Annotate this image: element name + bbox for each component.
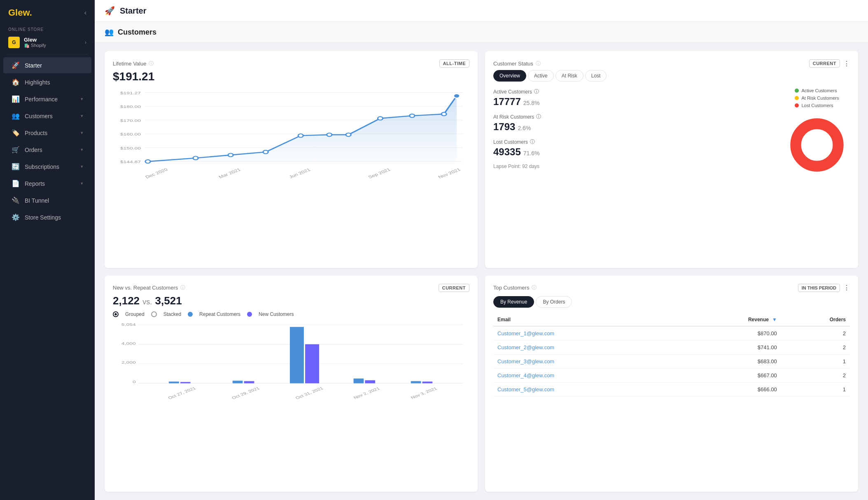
tab-at-risk[interactable]: At Risk xyxy=(555,70,583,82)
table-row: Customer_5@glew.com $666.00 1 xyxy=(493,382,850,396)
top-customers-card: Top Customers ⓘ IN THIS PERIOD ⋮ By Reve… xyxy=(485,276,858,492)
page-header-icon: 👥 xyxy=(105,28,114,37)
svg-rect-40 xyxy=(169,381,179,383)
sidebar-item-performance[interactable]: 📊 Performance ▾ xyxy=(3,91,91,107)
at-risk-customers-metric: At Risk Customers ⓘ 17932.6% xyxy=(493,113,776,133)
at-risk-value: 17932.6% xyxy=(493,121,776,133)
info-icon[interactable]: ⓘ xyxy=(530,138,535,145)
svg-rect-42 xyxy=(233,381,243,383)
new-vs-repeat-badge[interactable]: CURRENT xyxy=(439,284,469,292)
customer-revenue: $667.00 xyxy=(677,368,781,382)
status-right: Active Customers At Risk Customers Lost … xyxy=(784,88,850,178)
grouped-radio[interactable] xyxy=(113,311,119,317)
tab-by-revenue[interactable]: By Revenue xyxy=(493,296,534,308)
legend-at-risk: At Risk Customers xyxy=(795,96,839,100)
lifetime-value-chart: $191.27 $180.00 $170.00 $160.00 $150.00 … xyxy=(113,88,469,179)
tab-active[interactable]: Active xyxy=(528,70,554,82)
customer-revenue: $683.00 xyxy=(677,354,781,368)
customer-orders: 2 xyxy=(781,340,850,354)
status-content: Active Customers ⓘ 1777725.8% At Risk Cu… xyxy=(493,88,850,178)
info-icon[interactable]: ⓘ xyxy=(536,113,541,120)
svg-rect-46 xyxy=(354,379,364,383)
sidebar: Glew. ‹ ONLINE STORE G Glew 🛍️ Shopify ›… xyxy=(0,0,95,500)
customer-email[interactable]: Customer_5@glew.com xyxy=(493,382,677,396)
legend-at-risk-label: At Risk Customers xyxy=(801,96,839,100)
sidebar-item-store-settings[interactable]: ⚙️ Store Settings xyxy=(3,209,91,225)
svg-text:$144.87: $144.87 xyxy=(120,160,141,164)
customer-status-badge[interactable]: CURRENT xyxy=(809,59,840,68)
new-vs-repeat-title: New vs. Repeat Customers ⓘ xyxy=(113,284,185,291)
table-row: Customer_3@glew.com $683.00 1 xyxy=(493,354,850,368)
sidebar-collapse-button[interactable]: ‹ xyxy=(84,9,86,16)
svg-text:Oct 29, 2021: Oct 29, 2021 xyxy=(231,386,260,400)
lifetime-value-title: Lifetime Value ⓘ xyxy=(113,60,154,67)
svg-text:$150.00: $150.00 xyxy=(120,146,141,150)
legend-lost: Lost Customers xyxy=(795,103,839,108)
top-customers-tabs: By Revenue By Orders xyxy=(493,296,850,308)
svg-text:Oct 31, 2021: Oct 31, 2021 xyxy=(294,386,324,400)
stacked-radio[interactable] xyxy=(151,311,157,317)
sidebar-item-bi-tunnel[interactable]: 🔌 BI Tunnel xyxy=(3,192,91,208)
svg-text:4,000: 4,000 xyxy=(121,341,136,346)
info-icon[interactable]: ⓘ xyxy=(149,60,154,67)
tab-lost[interactable]: Lost xyxy=(585,70,607,82)
sidebar-item-orders[interactable]: 🛒 Orders ▾ xyxy=(3,142,91,158)
page-title: Customers xyxy=(118,28,156,37)
topbar-title: Starter xyxy=(120,6,146,16)
legend-active: Active Customers xyxy=(795,88,839,93)
lapse-point: Lapse Point: 92 days xyxy=(493,164,776,169)
info-icon[interactable]: ⓘ xyxy=(536,60,541,67)
chevron-down-icon: ▾ xyxy=(81,130,83,136)
more-options-icon[interactable]: ⋮ xyxy=(843,60,850,68)
sidebar-item-products[interactable]: 🏷️ Products ▾ xyxy=(3,125,91,141)
lost-dot xyxy=(795,103,799,107)
info-icon[interactable]: ⓘ xyxy=(532,284,537,291)
customer-orders: 2 xyxy=(781,326,850,341)
topbar-icon: 🚀 xyxy=(105,6,115,16)
sidebar-item-subscriptions[interactable]: 🔄 Subscriptions ▾ xyxy=(3,159,91,175)
customer-email[interactable]: Customer_2@glew.com xyxy=(493,340,677,354)
donut-chart xyxy=(784,112,850,178)
svg-text:$170.00: $170.00 xyxy=(120,118,141,123)
new-color xyxy=(247,312,252,317)
customer-orders: 1 xyxy=(781,354,850,368)
sort-down-icon[interactable]: ▼ xyxy=(772,317,777,322)
sidebar-item-reports[interactable]: 📄 Reports ▾ xyxy=(3,175,91,192)
chevron-down-icon: ▾ xyxy=(81,147,83,152)
customer-revenue: $741.00 xyxy=(677,340,781,354)
svg-point-12 xyxy=(145,160,150,163)
store-icon: G xyxy=(8,37,20,48)
svg-rect-48 xyxy=(411,381,421,383)
sidebar-item-label: Highlights xyxy=(25,79,83,86)
sidebar-item-label: Orders xyxy=(25,147,76,153)
repeat-customers-label: Repeat Customers xyxy=(199,311,240,317)
customer-email[interactable]: Customer_4@glew.com xyxy=(493,368,677,382)
svg-point-20 xyxy=(410,114,415,117)
store-account[interactable]: G Glew 🛍️ Shopify › xyxy=(0,33,95,51)
info-icon[interactable]: ⓘ xyxy=(180,284,185,291)
sidebar-item-customers[interactable]: 👥 Customers ▾ xyxy=(3,108,91,124)
store-arrow: › xyxy=(85,40,86,45)
info-icon[interactable]: ⓘ xyxy=(534,88,539,95)
sidebar-item-starter[interactable]: 🚀 Starter xyxy=(3,57,91,73)
orders-icon: 🛒 xyxy=(12,146,20,154)
sidebar-item-highlights[interactable]: 🏠 Highlights xyxy=(3,74,91,90)
chevron-down-icon: ▾ xyxy=(81,96,83,102)
tab-overview[interactable]: Overview xyxy=(493,70,526,82)
lifetime-value-header: Lifetime Value ⓘ ALL-TIME xyxy=(113,59,469,68)
table-row: Customer_4@glew.com $667.00 2 xyxy=(493,368,850,382)
tab-by-orders[interactable]: By Orders xyxy=(536,296,572,308)
top-customers-badge[interactable]: IN THIS PERIOD xyxy=(798,284,840,292)
more-options-icon[interactable]: ⋮ xyxy=(843,284,850,292)
svg-text:2,000: 2,000 xyxy=(121,360,136,364)
customer-email[interactable]: Customer_3@glew.com xyxy=(493,354,677,368)
sidebar-item-label: Subscriptions xyxy=(25,164,76,170)
customer-email[interactable]: Customer_1@glew.com xyxy=(493,326,677,341)
legend-active-label: Active Customers xyxy=(801,88,837,93)
sidebar-item-label: Reports xyxy=(25,180,76,187)
lifetime-value-card: Lifetime Value ⓘ ALL-TIME $191.21 xyxy=(105,51,478,268)
svg-point-14 xyxy=(228,153,233,157)
svg-rect-49 xyxy=(422,381,433,383)
new-vs-repeat-header: New vs. Repeat Customers ⓘ CURRENT xyxy=(113,284,469,292)
lifetime-value-badge[interactable]: ALL-TIME xyxy=(439,59,469,68)
